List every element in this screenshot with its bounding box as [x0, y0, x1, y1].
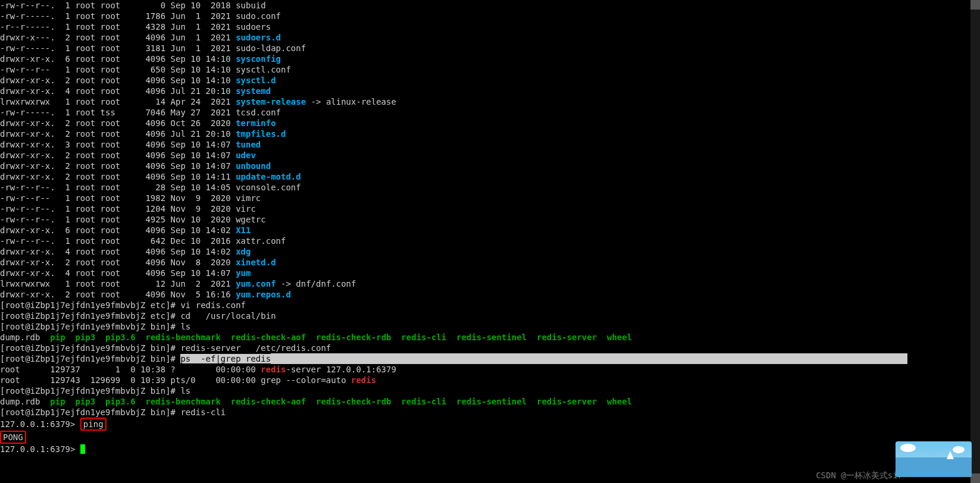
- prompt-server: [root@iZbp1j7ejfdn1ye9fmbvbjZ bin]# redi…: [0, 343, 980, 353]
- prompt-vi: [root@iZbp1j7ejfdn1ye9fmbvbjZ etc]# vi r…: [0, 300, 980, 310]
- prompt-grep: [root@iZbp1j7ejfdn1ye9fmbvbjZ bin]# ps -…: [0, 353, 980, 364]
- file-row: drwxr-xr-x. 6 root root 4096 Sep 10 14:0…: [0, 225, 980, 236]
- ping-annotation: ping: [80, 418, 107, 431]
- file-row: -rw-r--r-- 1 root root 1982 Nov 9 2020 v…: [0, 193, 980, 203]
- prompt-cli: [root@iZbp1j7ejfdn1ye9fmbvbjZ bin]# redi…: [0, 407, 980, 418]
- file-row: drwxr-xr-x. 2 root root 4096 Sep 10 14:1…: [0, 75, 980, 86]
- file-row: drwxr-xr-x. 2 root root 4096 Nov 8 2020 …: [0, 257, 980, 268]
- cursor-icon: [80, 444, 85, 454]
- highlighted-command: ps -ef|grep redis: [180, 354, 271, 363]
- file-row: -rw-r--r--. 1 root root 28 Sep 10 14:05 …: [0, 182, 980, 193]
- file-row: -rw-r-----. 1 root tss 7046 May 27 2021 …: [0, 107, 980, 118]
- ps-line-2: root 129743 129699 0 10:39 pts/0 00:00:0…: [0, 375, 980, 385]
- ps-line-1: root 129737 1 0 10:38 ? 00:00:00 redis-s…: [0, 364, 980, 375]
- prompt-cd: [root@iZbp1j7ejfdn1ye9fmbvbjZ etc]# cd /…: [0, 310, 980, 321]
- pong-annotation: PONG: [0, 431, 26, 444]
- redis-pong-line: PONG: [0, 431, 980, 444]
- file-row: drwxr-xr-x. 4 root root 4096 Sep 10 14:0…: [0, 246, 980, 257]
- file-row: -rw-r--r--. 1 root root 642 Dec 10 2016 …: [0, 236, 980, 246]
- scrollbar[interactable]: [970, 0, 980, 483]
- file-row: -rw-r--r--. 1 root root 0 Sep 10 2018 su…: [0, 0, 980, 11]
- watermark-text: CSDN @一杯冰美式sir: [816, 470, 903, 481]
- file-row: -rw-r-----. 1 root root 3181 Jun 1 2021 …: [0, 43, 980, 54]
- file-row: drwxr-xr-x. 2 root root 4096 Sep 10 14:1…: [0, 171, 980, 182]
- file-row: drwxr-xr-x. 3 root root 4096 Sep 10 14:0…: [0, 139, 980, 150]
- ls-output: -rw-r--r--. 1 root root 0 Sep 10 2018 su…: [0, 0, 980, 300]
- file-row: -r--r-----. 1 root root 4328 Jun 1 2021 …: [0, 21, 980, 32]
- file-row: -rw-r--r--. 1 root root 1204 Nov 9 2020 …: [0, 203, 980, 214]
- file-row: lrwxrwxrwx 1 root root 12 Jun 2 2021 yum…: [0, 278, 980, 289]
- file-row: drwxr-x---. 2 root root 4096 Jun 1 2021 …: [0, 32, 980, 43]
- file-row: drwxr-xr-x. 2 root root 4096 Jul 21 20:1…: [0, 128, 980, 139]
- boat-icon: [947, 451, 954, 459]
- prompt-ls2: [root@iZbp1j7ejfdn1ye9fmbvbjZ bin]# ls: [0, 385, 980, 396]
- file-row: drwxr-xr-x. 2 root root 4096 Nov 5 16:16…: [0, 289, 980, 300]
- file-row: drwxr-xr-x. 4 root root 4096 Jul 21 20:1…: [0, 86, 980, 96]
- avatar-badge: [896, 441, 972, 477]
- prompt-ls1: [root@iZbp1j7ejfdn1ye9fmbvbjZ bin]# ls: [0, 321, 980, 332]
- file-row: drwxr-xr-x. 2 root root 4096 Sep 10 14:0…: [0, 161, 980, 171]
- bin-listing-1: dump.rdb pip pip3 pip3.6 redis-benchmark…: [0, 332, 980, 343]
- file-row: -rw-r--r-- 1 root root 650 Sep 10 14:10 …: [0, 64, 980, 75]
- redis-ping-line: 127.0.0.1:6379> ping: [0, 418, 980, 431]
- file-row: drwxr-xr-x. 2 root root 4096 Oct 26 2020…: [0, 118, 980, 128]
- file-row: drwxr-xr-x. 6 root root 4096 Sep 10 14:1…: [0, 54, 980, 64]
- file-row: drwxr-xr-x. 4 root root 4096 Sep 10 14:0…: [0, 268, 980, 278]
- file-row: -rw-r--r--. 1 root root 4925 Nov 10 2020…: [0, 214, 980, 225]
- terminal-window[interactable]: -rw-r--r--. 1 root root 0 Sep 10 2018 su…: [0, 0, 980, 483]
- redis-prompt-cursor[interactable]: 127.0.0.1:6379>: [0, 444, 980, 454]
- bin-listing-2: dump.rdb pip pip3 pip3.6 redis-benchmark…: [0, 396, 980, 407]
- scroll-down-icon[interactable]: [970, 473, 980, 483]
- file-row: drwxr-xr-x. 2 root root 4096 Sep 10 14:0…: [0, 150, 980, 161]
- file-row: -rw-r-----. 1 root root 1786 Jun 1 2021 …: [0, 11, 980, 21]
- file-row: lrwxrwxrwx 1 root root 14 Apr 24 2021 sy…: [0, 96, 980, 107]
- scroll-up-icon[interactable]: [970, 0, 980, 10]
